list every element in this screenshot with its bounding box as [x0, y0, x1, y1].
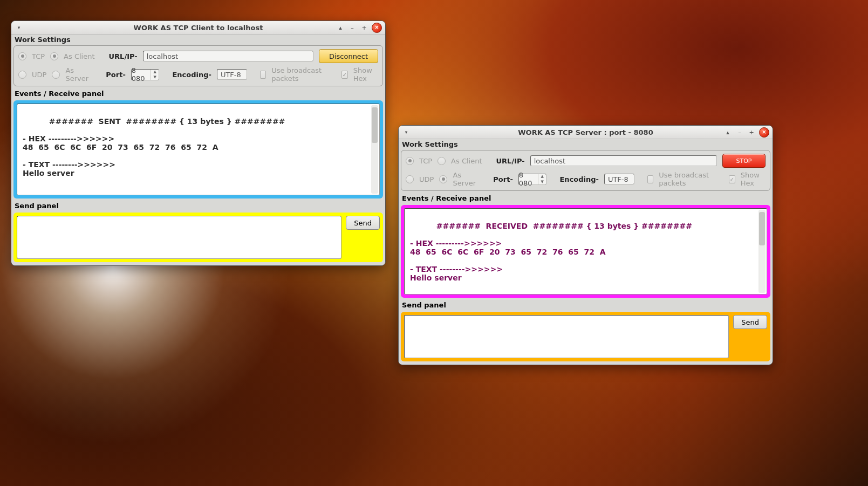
port-value: 8 080 [519, 174, 538, 184]
work-settings-label: Work Settings [401, 140, 770, 149]
stepper-down-icon[interactable]: ▼ [538, 179, 546, 184]
work-settings-label: Work Settings [13, 36, 383, 44]
titlebar-server[interactable]: ▾ WORK AS TCP Server : port - 8080 ▴ – +… [399, 126, 773, 139]
checkbox-broadcast[interactable] [647, 175, 653, 183]
send-textarea[interactable] [404, 315, 729, 358]
window-controls-client: ▴ – + × [336, 23, 382, 33]
checkbox-broadcast-label: Use broadcast packets [271, 66, 329, 83]
radio-as-server-label: As Server [453, 171, 477, 187]
receive-text-content: ####### RECEIVED ######## { 13 bytes } #… [410, 222, 692, 282]
checkbox-show-hex[interactable] [341, 71, 347, 79]
stepper-up-icon[interactable]: ▲ [538, 174, 546, 180]
send-button[interactable]: Send [733, 315, 767, 329]
maximize-icon[interactable]: + [747, 128, 756, 136]
work-settings-group: TCP As Client URL/IP- localhost STOP UDP… [401, 150, 770, 191]
titlebar-client[interactable]: ▾ WORK AS TCP Client to localhost ▴ – + … [11, 21, 385, 35]
port-stepper[interactable]: 8 080 ▲▼ [131, 69, 159, 80]
encoding-input[interactable]: UTF-8 [604, 174, 634, 184]
radio-as-client[interactable] [438, 157, 446, 165]
port-value: 8 080 [132, 70, 151, 80]
minimize-icon[interactable]: – [348, 23, 357, 32]
port-label: Port- [493, 175, 512, 183]
desktop-background: ▾ WORK AS TCP Client to localhost ▴ – + … [0, 0, 868, 486]
radio-as-client[interactable] [50, 52, 58, 60]
encoding-value: UTF-8 [221, 71, 241, 79]
close-icon[interactable]: × [759, 127, 769, 138]
events-receive-panel: ####### RECEIVED ######## { 13 bytes } #… [401, 205, 770, 298]
radio-as-client-label: As Client [451, 157, 482, 165]
events-receive-label: Events / Receive panel [15, 90, 382, 98]
radio-tcp[interactable] [18, 52, 26, 60]
radio-as-server[interactable] [52, 71, 60, 79]
window-tcp-server: ▾ WORK AS TCP Server : port - 8080 ▴ – +… [398, 125, 773, 365]
send-panel: Send [401, 312, 770, 361]
scrollbar[interactable] [758, 210, 766, 293]
url-ip-label: URL/IP- [496, 157, 525, 165]
stop-button[interactable]: STOP [722, 154, 766, 168]
send-button[interactable]: Send [346, 216, 380, 230]
send-textarea[interactable] [17, 216, 341, 259]
minimize-icon[interactable]: – [735, 128, 744, 136]
checkbox-show-hex-label: Show Hex [741, 171, 766, 187]
disconnect-button[interactable]: Disconnect [319, 49, 378, 63]
send-panel-label: Send panel [402, 301, 769, 309]
window-body-client: Work Settings TCP As Client URL/IP- loca… [11, 35, 385, 265]
receive-textarea[interactable]: ####### SENT ######## { 13 bytes } #####… [17, 104, 380, 195]
rollup-icon[interactable]: ▴ [336, 23, 345, 32]
port-label: Port- [106, 71, 125, 79]
window-title-server: WORK AS TCP Server : port - 8080 [399, 128, 773, 136]
receive-textarea[interactable]: ####### RECEIVED ######## { 13 bytes } #… [404, 208, 767, 295]
scrollbar-thumb[interactable] [759, 212, 765, 245]
radio-tcp[interactable] [406, 157, 414, 165]
send-panel: Send [13, 213, 383, 262]
checkbox-show-hex-label: Show Hex [353, 66, 378, 83]
radio-tcp-label: TCP [32, 52, 45, 60]
url-ip-input[interactable]: localhost [143, 51, 313, 61]
encoding-input[interactable]: UTF-8 [217, 69, 247, 80]
radio-udp[interactable] [18, 71, 26, 79]
scrollbar-thumb[interactable] [372, 107, 378, 143]
events-receive-label: Events / Receive panel [402, 194, 769, 202]
encoding-label: Encoding- [172, 71, 211, 79]
close-icon[interactable]: × [372, 23, 382, 33]
stepper-up-icon[interactable]: ▲ [151, 70, 159, 75]
window-title-client: WORK AS TCP Client to localhost [11, 24, 385, 32]
window-controls-server: ▴ – + × [723, 127, 769, 138]
rollup-icon[interactable]: ▴ [723, 128, 732, 136]
encoding-value: UTF-8 [608, 175, 628, 183]
receive-text-content: ####### SENT ######## { 13 bytes } #####… [23, 117, 285, 177]
maximize-icon[interactable]: + [360, 23, 368, 32]
checkbox-broadcast[interactable] [260, 71, 266, 79]
url-ip-value: localhost [534, 157, 565, 165]
events-receive-panel: ####### SENT ######## { 13 bytes } #####… [13, 100, 383, 198]
send-panel-label: Send panel [15, 202, 382, 210]
url-ip-value: localhost [147, 52, 178, 60]
work-settings-group: TCP As Client URL/IP- localhost Disconne… [13, 45, 383, 86]
scrollbar[interactable] [371, 105, 378, 194]
radio-as-server-label: As Server [65, 66, 90, 83]
radio-udp-label: UDP [32, 71, 46, 79]
stepper-down-icon[interactable]: ▼ [151, 74, 159, 80]
window-body-server: Work Settings TCP As Client URL/IP- loca… [399, 139, 773, 365]
checkbox-broadcast-label: Use broadcast packets [659, 171, 716, 187]
radio-as-client-label: As Client [64, 52, 94, 60]
checkbox-show-hex[interactable] [729, 175, 735, 183]
url-ip-label: URL/IP- [109, 52, 138, 60]
radio-udp-label: UDP [419, 175, 434, 183]
window-menu-icon[interactable]: ▾ [15, 23, 23, 32]
window-menu-icon[interactable]: ▾ [402, 128, 411, 136]
url-ip-input[interactable]: localhost [530, 155, 717, 166]
radio-tcp-label: TCP [419, 157, 432, 165]
port-stepper[interactable]: 8 080 ▲▼ [518, 174, 546, 185]
window-tcp-client: ▾ WORK AS TCP Client to localhost ▴ – + … [11, 20, 386, 266]
radio-udp[interactable] [406, 175, 414, 183]
radio-as-server[interactable] [439, 175, 447, 183]
encoding-label: Encoding- [559, 175, 599, 183]
